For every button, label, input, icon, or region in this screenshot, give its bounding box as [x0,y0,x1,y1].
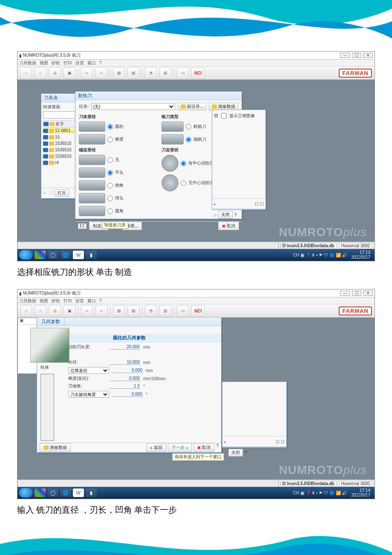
toolbar-button[interactable]: ◎ [49,67,61,78]
menu-item[interactable]: ? [99,298,102,303]
maximize-button[interactable]: ☐ [352,291,361,296]
toolbar-button[interactable]: ═ [95,67,107,78]
toolbar-button[interactable]: ⌂ [35,67,46,78]
minimize-button[interactable]: — [340,291,350,296]
taskbar-icon[interactable] [35,251,46,259]
folder-icon[interactable]: ☐ ☐ [276,439,285,444]
toolbar-button[interactable]: ◔ [145,305,157,316]
toolbar-button[interactable]: ▣ [63,305,75,316]
show-3d-checkbox[interactable]: 明 显示三维图像 [214,112,264,120]
opt-cylinder[interactable]: 圆柱 [79,121,156,132]
close-button[interactable]: ✕ [363,53,373,58]
opt-none[interactable]: 无 [79,155,156,165]
menu-item[interactable]: 设置 [75,298,84,304]
label-outer-diameter: 外径: [68,359,107,365]
start-button[interactable] [19,488,33,497]
close-button[interactable]: 关闭 [228,449,243,457]
open-button[interactable]: 打开 [55,189,69,197]
menu-item[interactable]: 刀具数据 [19,298,36,304]
cancel-button[interactable]: ✖取消 [218,222,239,230]
close-button[interactable]: 关闭 [218,211,233,219]
next-button[interactable]: 下一步 » [168,443,192,452]
maximize-button[interactable]: ☐ [352,53,361,58]
dir-label: 目录: [79,104,89,110]
opt-corner[interactable]: 圆角 [79,206,156,216]
help-icon[interactable]: ? [216,443,219,452]
folder-icon[interactable]: ☐ ☐ [255,202,264,206]
work-area: 几何参数 端齿 圆柱的几何参数 柱体 切削刃长度:20.000mm 外径:10.… [17,318,375,480]
taskbar-icon[interactable]: W [73,489,84,497]
value-taper[interactable]: 0.000 [109,376,141,381]
section-end-shape: 端齿形状 [79,147,156,153]
opt-ball[interactable]: 球头 [79,193,156,203]
opt-flat[interactable]: 平头 [79,168,156,178]
toolbar-button[interactable]: ▭ [177,305,189,316]
toolbar-button[interactable]: ═ [95,305,107,316]
tip-angle-select[interactable]: 刀尖旋转角度 [68,391,109,398]
toolbar: ⎎ ⌂ ◎ ▣ ═ ═ ▧ ▧ ◔ ▥ ▭ NCI FARMAN [17,304,375,318]
toolbar-button[interactable]: ═ [81,305,93,316]
toolbar-button[interactable]: ▣ [63,67,75,78]
menu-item[interactable]: 窗口 [87,60,96,66]
brand-logo: FARMAN [339,69,372,78]
taskbar-icon[interactable] [35,489,46,497]
menu-item[interactable]: 砂轮 [52,60,60,66]
dir-select[interactable]: (无) [91,103,175,110]
toolbar-button[interactable]: ▥ [159,305,171,316]
back-button[interactable]: « 返回 [146,443,166,452]
menu-item[interactable]: 视图 [40,60,48,66]
menu-item[interactable]: 砂轮 [52,298,60,304]
help-icon[interactable]: ? [245,451,247,455]
help-icon[interactable]: ? [234,213,237,217]
toolbar-button[interactable]: ⌂ [35,305,46,316]
toolbar-button[interactable]: ◎ [49,305,61,316]
toolbar-button[interactable]: ═ [81,67,93,78]
taskbar-icon[interactable]: W [73,251,84,259]
menu-item[interactable]: 刀具数据 [19,60,36,66]
cancel-button[interactable]: ✖取消 [193,443,214,452]
toolbar-button[interactable]: ▭ [177,67,189,78]
taskbar-icon[interactable]: 🌐 [60,489,71,497]
measure-data-button[interactable]: 测量数据 [40,443,71,452]
toolbar-button[interactable]: ▧ [113,305,125,316]
taskbar-icon[interactable]: 🌐 [60,251,71,259]
toolbar-button[interactable]: ▧ [127,305,139,316]
core-diameter-select[interactable]: 芯厚直径 [68,367,109,374]
new-dir-button[interactable]: 新目录... [178,103,206,110]
close-button[interactable]: ✕ [363,291,373,296]
watermark: NUMROTOplus [279,463,367,477]
toolbar-button[interactable]: ⎎ [20,67,32,78]
start-button[interactable] [19,250,33,260]
value-outer-diameter[interactable]: 10.000 [109,360,141,365]
taskbar-icon[interactable]: ▮ [86,489,97,497]
menu-item[interactable]: 视图 [40,298,48,304]
system-tray: CH ▣ ❓ ⬆ ▪ ⚑ 🛡 🔵 📶 🔊 [293,491,347,495]
menu-item[interactable]: 打印 [63,60,72,66]
taskbar-icon[interactable]: ◯ [47,251,58,259]
toolbar-button[interactable]: ▧ [113,67,125,78]
taskbar: ◯ 🌐 W ▮ CH ▣ ❓ ⬆ ▪ ⚑ 🛡 🔵 📶 🔊 17:132012/5… [17,249,375,261]
toolbar-button[interactable]: ⎎ [20,305,32,316]
taskbar-icon[interactable]: ▮ [86,251,97,259]
menu-item[interactable]: ? [99,61,102,65]
window-controls: — ☐ ✕ [339,53,373,58]
value-core-diameter[interactable]: 6.000 [112,368,143,373]
opt-taper[interactable]: 锥度 [79,134,156,145]
value-tip-angle[interactable]: 0.000 [112,392,143,397]
value-cut-length[interactable]: 20.000 [109,344,141,350]
toolbar-button[interactable]: ▧ [127,67,139,78]
menu-item[interactable]: 窗口 [87,298,96,304]
taskbar-clock: 17:142012/5/17 [349,488,373,497]
minimize-button[interactable]: — [340,53,350,58]
menu-item[interactable]: 设置 [75,60,84,66]
toolbar-button[interactable]: ▥ [159,67,171,78]
tab-geometry[interactable]: 几何参数 [37,318,65,326]
toolbar-button[interactable]: ◔ [145,67,157,78]
menu-item[interactable]: 打印 [63,298,72,304]
preview-pin-icon[interactable]: ▣ [20,318,23,324]
opt-chamfer[interactable]: 倒角 [79,180,156,191]
toolbar-nci-button[interactable]: NCI [191,67,205,78]
value-helix[interactable]: 1.5 [109,384,141,389]
taskbar-icon[interactable]: ◯ [47,489,58,497]
toolbar-nci-button[interactable]: NCI [191,305,205,316]
